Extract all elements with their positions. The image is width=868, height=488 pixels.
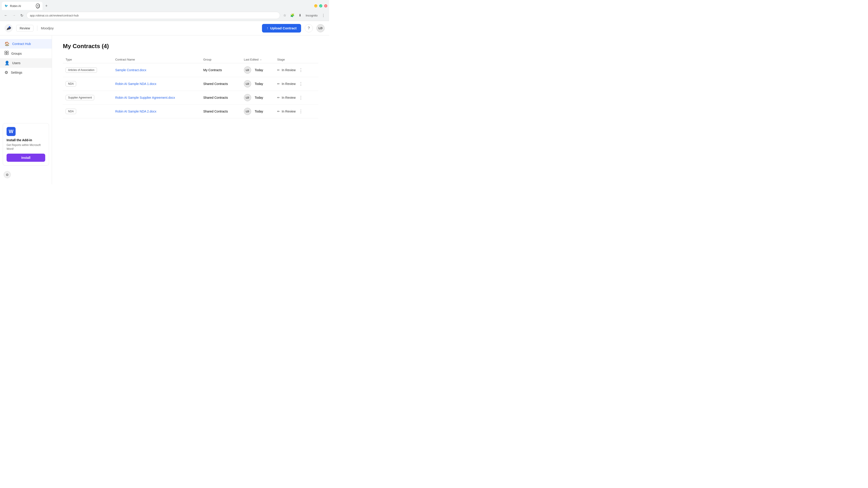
svg-rect-5	[7, 53, 8, 55]
last-edited-cell-3: LD Today	[244, 94, 272, 101]
cell-edited-4: LD Today	[241, 105, 275, 119]
last-edited-cell-1: LD Today	[244, 66, 272, 74]
row-more-button-1[interactable]: ⋮	[298, 67, 304, 73]
last-edited-cell-2: LD Today	[244, 80, 272, 88]
stage-cell-4: ✏ In Review ⋮	[277, 108, 315, 114]
sidebar: 🏠 Contract Hub Groups 👤	[0, 35, 52, 184]
cell-group-1: My Contracts	[200, 63, 241, 77]
pencil-icon-2: ✏	[277, 82, 280, 86]
table-row: NDA Robin AI Sample NDA 1.docx Shared Co…	[63, 77, 318, 91]
tab-bar: 🐦 Robin AI ✕ + — ⤢ ✕	[0, 0, 329, 10]
cell-group-3: Shared Contracts	[200, 91, 241, 105]
table-header-row: Type Contract Name Group Last Edited ↑	[63, 56, 318, 63]
help-button[interactable]: ?	[305, 24, 313, 32]
cell-type-1: Articles of Association	[63, 63, 113, 77]
sidebar-item-users[interactable]: 👤 Users	[0, 58, 52, 68]
contract-link-1[interactable]: Sample Contract.docx	[115, 68, 147, 72]
cell-group-2: Shared Contracts	[200, 77, 241, 91]
stage-label-2: In Review	[282, 82, 296, 86]
sidebar-label-settings: Settings	[11, 71, 22, 74]
last-edited-cell-4: LD Today	[244, 108, 272, 115]
pencil-icon-3: ✏	[277, 96, 280, 99]
users-icon: 👤	[4, 61, 9, 66]
close-window-button[interactable]: ✕	[324, 4, 327, 7]
avatar-1: LD	[244, 66, 251, 74]
column-contract-name: Contract Name	[113, 56, 201, 63]
cell-stage-3: ✏ In Review ⋮	[274, 91, 318, 105]
contract-link-3[interactable]: Robin AI Sample Supplier Agreement.docx	[115, 96, 175, 99]
column-type: Type	[63, 56, 113, 63]
edited-time-1: Today	[255, 68, 263, 72]
cell-stage-2: ✏ In Review ⋮	[274, 77, 318, 91]
active-tab[interactable]: 🐦 Robin AI ✕	[2, 2, 42, 10]
toolbar-actions: ☆ 🧩 ⬇ Incognito ⋮	[282, 12, 327, 18]
app-container: Review Moodjoy ↑ Upload Contract ? LD 🏠 …	[0, 21, 329, 184]
extension-button[interactable]: 🧩	[289, 12, 296, 18]
type-badge-1: Articles of Association	[66, 67, 97, 73]
svg-point-1	[9, 26, 10, 28]
reload-button[interactable]: ↻	[19, 12, 25, 19]
cell-name-1: Sample Contract.docx	[113, 63, 201, 77]
main-layout: 🏠 Contract Hub Groups 👤	[0, 35, 329, 184]
stage-cell-3: ✏ In Review ⋮	[277, 95, 315, 101]
home-icon: 🏠	[4, 41, 9, 46]
sidebar-item-settings[interactable]: ⚙ Settings	[0, 68, 52, 77]
edited-time-2: Today	[255, 82, 263, 86]
row-more-button-4[interactable]: ⋮	[298, 108, 304, 114]
type-badge-3: Supplier Agreement	[66, 95, 94, 100]
pencil-icon-1: ✏	[277, 68, 280, 72]
minimize-button[interactable]: —	[314, 4, 317, 7]
menu-button[interactable]: ⋮	[320, 12, 327, 18]
edited-time-4: Today	[255, 109, 263, 113]
app-logo	[4, 24, 13, 32]
column-group: Group	[200, 56, 241, 63]
sidebar-item-contract-hub[interactable]: 🏠 Contract Hub	[0, 39, 52, 48]
address-bar[interactable]: app.robinai.co.uk/review/contract-hub	[26, 12, 280, 19]
sidebar-bottom-action-button[interactable]: ⊙	[4, 171, 11, 178]
tab-favicon: 🐦	[4, 4, 8, 8]
addin-description: Get Reports within Microsoft Word!	[6, 143, 45, 151]
contract-link-4[interactable]: Robin AI Sample NDA 2.docx	[115, 109, 156, 113]
forward-button[interactable]: →	[11, 12, 17, 18]
cell-type-3: Supplier Agreement	[63, 91, 113, 105]
table-row: Supplier Agreement Robin AI Sample Suppl…	[63, 91, 318, 105]
cell-edited-3: LD Today	[241, 91, 275, 105]
main-content: My Contracts (4) Type Contract Name Grou…	[52, 35, 329, 184]
upload-contract-button[interactable]: ↑ Upload Contract	[262, 24, 301, 33]
cell-edited-2: LD Today	[241, 77, 275, 91]
contract-link-2[interactable]: Robin AI Sample NDA 1.docx	[115, 82, 156, 86]
cell-group-4: Shared Contracts	[200, 105, 241, 119]
browser-toolbar: ← → ↻ app.robinai.co.uk/review/contract-…	[0, 10, 329, 21]
sidebar-nav: 🏠 Contract Hub Groups 👤	[0, 39, 52, 121]
table-row: Articles of Association Sample Contract.…	[63, 63, 318, 77]
cell-name-2: Robin AI Sample NDA 1.docx	[113, 77, 201, 91]
stage-label-1: In Review	[282, 68, 296, 72]
stage-label-4: In Review	[282, 109, 296, 113]
column-last-edited[interactable]: Last Edited ↑	[241, 56, 275, 63]
row-more-button-2[interactable]: ⋮	[298, 81, 304, 87]
review-button[interactable]: Review	[16, 25, 33, 32]
sidebar-item-groups[interactable]: Groups	[0, 48, 52, 58]
company-name: Moodjoy	[41, 26, 54, 30]
row-more-button-3[interactable]: ⋮	[298, 95, 304, 101]
settings-icon: ⚙	[4, 70, 8, 75]
browser-chrome: 🐦 Robin AI ✕ + — ⤢ ✕ ← → ↻ app.robinai.c…	[0, 0, 329, 21]
addin-install-button[interactable]: Install	[6, 154, 45, 162]
download-button[interactable]: ⬇	[297, 12, 303, 18]
type-badge-2: NDA	[66, 81, 76, 87]
header-divider	[37, 26, 37, 31]
maximize-button[interactable]: ⤢	[319, 4, 322, 7]
new-tab-button[interactable]: +	[43, 3, 50, 9]
tab-close-button[interactable]: ✕	[36, 3, 40, 8]
cell-edited-1: LD Today	[241, 63, 275, 77]
user-avatar[interactable]: LD	[316, 24, 324, 32]
window-controls: — ⤢ ✕	[314, 4, 327, 7]
incognito-label: Incognito	[304, 14, 319, 17]
bookmark-button[interactable]: ☆	[282, 12, 287, 18]
avatar-2: LD	[244, 80, 251, 88]
addin-title: Install the Add-in	[6, 138, 45, 142]
type-badge-4: NDA	[66, 109, 76, 114]
pencil-icon-4: ✏	[277, 109, 280, 113]
back-button[interactable]: ←	[3, 12, 9, 18]
svg-rect-3	[7, 51, 8, 53]
